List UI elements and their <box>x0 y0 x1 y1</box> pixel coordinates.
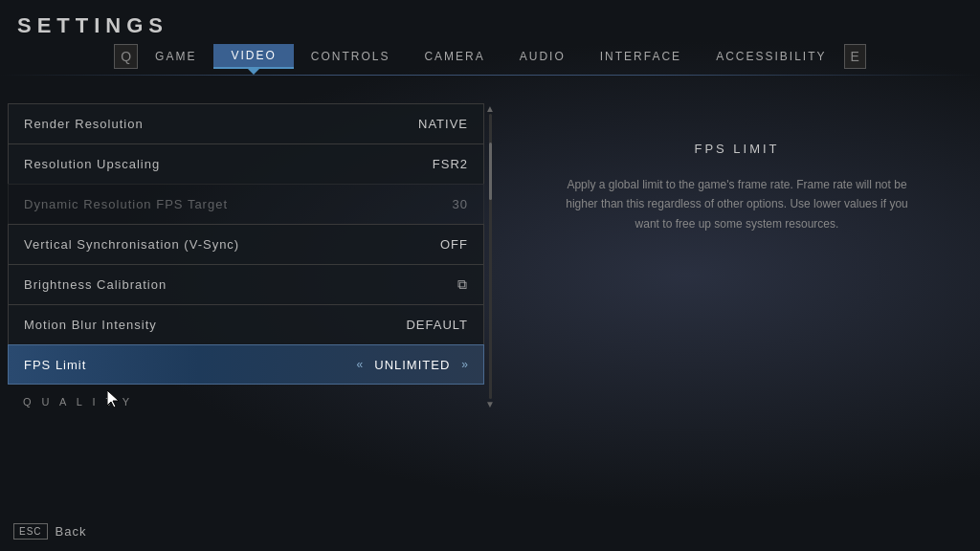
setting-label-resolution-upscaling: Resolution Upscaling <box>24 157 160 171</box>
setting-label-dynamic-resolution: Dynamic Resolution FPS Target <box>24 197 228 211</box>
scroll-indicator[interactable]: ▲ ▼ <box>484 103 496 409</box>
tab-accessibility[interactable]: ACCESSIBILITY <box>699 44 843 69</box>
left-panel: Render Resolution NATIVE Resolution Upsc… <box>8 103 484 503</box>
setting-row-dynamic-resolution: Dynamic Resolution FPS Target 30 <box>8 184 484 224</box>
setting-row-fps-limit[interactable]: FPS Limit « UNLIMITED » <box>8 344 484 385</box>
footer: ESC Back <box>13 523 86 540</box>
info-panel-title: FPS LIMIT <box>694 142 779 156</box>
setting-label-render-resolution: Render Resolution <box>24 117 144 131</box>
back-button[interactable]: Back <box>56 524 87 539</box>
info-panel-description: Apply a global limit to the game's frame… <box>555 175 919 233</box>
nav-bracket-left: Q <box>114 44 138 69</box>
tab-audio[interactable]: AUDIO <box>502 44 583 69</box>
setting-label-vsync: Vertical Synchronisation (V-Sync) <box>24 237 239 252</box>
tab-controls[interactable]: CONTROLS <box>294 44 408 69</box>
setting-value-fps-limit: UNLIMITED <box>374 358 450 372</box>
fps-limit-control: « UNLIMITED » <box>357 358 468 372</box>
setting-row-render-resolution[interactable]: Render Resolution NATIVE <box>8 103 484 143</box>
tab-camera[interactable]: CAMERA <box>407 44 501 69</box>
setting-value-resolution-upscaling: FSR2 <box>433 157 468 171</box>
calibration-icon: ⧉ <box>457 276 468 293</box>
tab-interface[interactable]: INTERFACE <box>583 44 699 69</box>
tab-video[interactable]: VIDEO <box>213 44 293 69</box>
right-panel: FPS LIMIT Apply a global limit to the ga… <box>501 103 972 503</box>
setting-value-dynamic-resolution: 30 <box>453 197 468 211</box>
quality-section-header: Q U A L I T Y <box>8 385 484 413</box>
tab-game[interactable]: GAME <box>138 44 213 69</box>
esc-key-label: ESC <box>13 523 48 540</box>
scroll-thumb <box>489 143 492 200</box>
nav-bar: Q GAME VIDEO CONTROLS CAMERA AUDIO INTER… <box>0 38 980 75</box>
setting-label-brightness: Brightness Calibration <box>24 277 167 292</box>
setting-row-vsync[interactable]: Vertical Synchronisation (V-Sync) OFF <box>8 224 484 264</box>
tab-divider <box>0 75 980 76</box>
setting-row-brightness[interactable]: Brightness Calibration ⧉ <box>8 264 484 304</box>
setting-value-vsync: OFF <box>440 237 468 252</box>
scroll-track <box>489 114 492 399</box>
setting-row-resolution-upscaling[interactable]: Resolution Upscaling FSR2 <box>8 143 484 184</box>
page-title: SETTINGS <box>17 13 168 38</box>
setting-value-render-resolution: NATIVE <box>418 117 468 131</box>
scroll-up-arrow[interactable]: ▲ <box>485 103 495 114</box>
fps-limit-increase-button[interactable]: » <box>461 358 468 371</box>
setting-label-fps-limit: FPS Limit <box>24 358 86 372</box>
nav-bracket-right: E <box>844 44 866 69</box>
setting-row-motion-blur[interactable]: Motion Blur Intensity DEFAULT <box>8 304 484 344</box>
fps-limit-decrease-button[interactable]: « <box>357 358 364 371</box>
scroll-down-arrow[interactable]: ▼ <box>485 399 495 409</box>
setting-value-motion-blur: DEFAULT <box>406 318 468 332</box>
settings-list: Render Resolution NATIVE Resolution Upsc… <box>8 103 484 385</box>
setting-label-motion-blur: Motion Blur Intensity <box>24 318 157 332</box>
